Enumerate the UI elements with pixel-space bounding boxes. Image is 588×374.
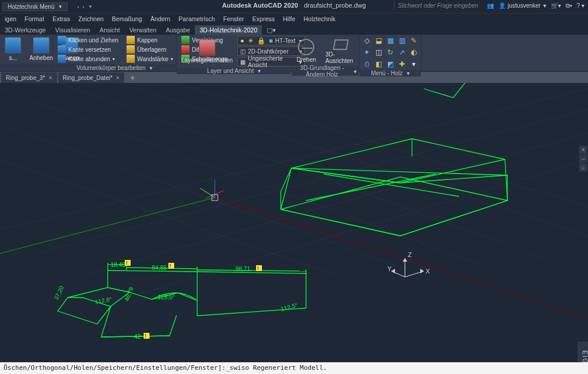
menu-item[interactable]: Fenster (220, 14, 248, 24)
svg-line-7 (0, 89, 483, 265)
properties-palette-tab[interactable]: EIGENSCHAFTEN (577, 342, 588, 363)
panel-title[interactable]: Volumenkörper bearbeiten (77, 65, 145, 71)
svg-marker-20 (291, 139, 505, 183)
ribbon-panel-layer: Layereigenschaften ●☀🔒■HT-Text▾ ◫2D-Drah… (177, 35, 292, 71)
menu-item[interactable]: Ändern (147, 14, 174, 24)
tool-icon[interactable]: ↗ (397, 48, 407, 57)
product-name: Autodesk AutoCAD 2020 (222, 2, 298, 9)
shell-button[interactable]: Wandstärke▾ (125, 55, 174, 63)
fillet-edge-button[interactable]: Kante abrunden▾ (57, 55, 119, 63)
tool-icon[interactable]: ✦ (362, 48, 371, 57)
ribbon-tab[interactable]: Verwalten (125, 25, 161, 35)
align3d-button[interactable]: 3D-Ausrichten (324, 36, 356, 65)
qat-overflow-icon[interactable]: • • ▼ (77, 4, 94, 9)
slice-button[interactable]: Kappen (125, 36, 174, 44)
ribbon-tab[interactable]: Ansicht (95, 25, 124, 35)
menu-item[interactable]: Extras (49, 14, 74, 24)
svg-text:112,6°: 112,6° (94, 296, 112, 305)
tool-icon[interactable]: ◫ (374, 48, 383, 57)
file-name: draufsicht_probe.dwg (304, 2, 366, 9)
sign-in-icon[interactable]: 👥 (487, 2, 494, 9)
tool-icon[interactable]: ✎ (409, 36, 418, 45)
ribbon-panel-volumen: Klicken und Ziehen Kante versetzen Kante… (53, 35, 177, 71)
menu-item[interactable]: Zeichnen (75, 14, 107, 24)
cart-icon[interactable]: 🛒▾ (551, 2, 561, 9)
feature-button[interactable]: s... (4, 36, 22, 62)
plot-icon: ■ (269, 37, 273, 45)
tool-icon[interactable]: ▥ (397, 36, 407, 45)
close-viewport-icon[interactable]: × (579, 146, 587, 154)
panel-title[interactable]: 3D-Grundlagen - Ändern Holz (294, 65, 350, 78)
menu-item[interactable]: Parametrisch (175, 14, 218, 24)
ucs-y-label: Y (387, 265, 391, 272)
fillet-icon (58, 55, 66, 63)
tool-icon[interactable]: ✚ (397, 59, 407, 69)
minimize-icon[interactable]: – (579, 155, 587, 163)
user-icon: 👤 (499, 2, 506, 9)
close-icon[interactable]: × (116, 75, 119, 81)
app-menu-dropdown[interactable]: Holztechnik Menü ▼ (2, 2, 68, 11)
tool-icon[interactable]: ◐ (409, 48, 418, 57)
svg-line-8 (0, 124, 412, 271)
rotate-button[interactable]: Drehen (295, 38, 317, 64)
home-icon[interactable]: ⌂ (579, 163, 587, 172)
tool-icon[interactable]: ↻ (386, 48, 395, 57)
svg-line-11 (215, 198, 588, 318)
tool-icon[interactable]: ◇ (362, 36, 371, 45)
sun-icon: ☀ (248, 37, 254, 45)
presspull-button[interactable]: Anheben (28, 36, 54, 62)
document-tab[interactable]: Ring_probe_Datei*× (58, 72, 124, 83)
menu-item[interactable]: Hilfe (280, 14, 299, 24)
tool-icon[interactable]: ⎙ (362, 59, 371, 69)
model-viewport[interactable]: 18,46 ! 84,86 ! 98,71 ! 37,20 112,6° 46,… (0, 83, 588, 363)
ribbon-tab-bar: 3D-Werkzeuge Visualisieren Ansicht Verwa… (0, 24, 588, 35)
svg-text:98,71: 98,71 (235, 266, 250, 272)
drawing-canvas[interactable]: 18,46 ! 84,86 ! 98,71 ! 37,20 112,6° 46,… (0, 83, 588, 363)
search-input[interactable]: Stichwort oder Frage eingeben (394, 1, 482, 10)
tool-icon[interactable]: ⬓ (374, 36, 383, 45)
svg-text:!: ! (126, 260, 128, 266)
view-icon: ▦ (240, 59, 245, 65)
document-tab[interactable]: Ring_probe_3*× (1, 72, 57, 83)
lightbulb-icon: ● (240, 37, 244, 45)
user-menu[interactable]: 👤 justusvenker ▾ (499, 2, 546, 9)
chevron-down-icon: ▼ (58, 4, 62, 9)
tool-grid: ◇⬓▦▥✎ ✦◫↻↗◐ ⎙◧◩✚▾ (362, 36, 418, 69)
tool-icon[interactable]: ◧ (374, 59, 383, 69)
new-tab-button[interactable]: ✚ (125, 72, 139, 83)
presspull-button[interactable]: Klicken und Ziehen (57, 36, 119, 44)
svg-line-22 (306, 174, 436, 201)
svg-text:84,86: 84,86 (152, 265, 167, 271)
menu-item[interactable]: Holztechnik (300, 14, 339, 24)
solid-wireframe (281, 139, 507, 236)
shell-icon (127, 55, 135, 63)
panel-title[interactable]: Menü - Holz (371, 70, 403, 76)
layer-properties-button[interactable]: Layereigenschaften (180, 38, 234, 65)
ribbon: s... Anheben Sweep Klicken und Ziehen Ka… (0, 35, 588, 72)
close-icon[interactable]: × (49, 75, 52, 81)
menu-item[interactable]: Express (249, 14, 278, 24)
share-icon[interactable]: ⧉▾ (566, 2, 572, 9)
title-bar: Holztechnik Menü ▼ • • ▼ Autodesk AutoCA… (0, 0, 588, 13)
tool-icon[interactable]: ◩ (386, 59, 395, 69)
tool-icon[interactable]: ▦ (386, 36, 395, 45)
ribbon-tab[interactable]: Ausgabe (161, 25, 195, 35)
tool-icon[interactable]: ▾ (409, 59, 418, 69)
svg-text:!: ! (257, 265, 259, 271)
ribbon-tab[interactable]: Visualisieren (51, 25, 95, 35)
user-name: justusvenker (508, 2, 541, 9)
ribbon-tab-active[interactable]: 3D-Holztechnik-2020 (195, 25, 262, 35)
help-icon[interactable]: ? ▾ (577, 2, 584, 9)
ribbon-tab-addin-icon[interactable]: ▢▾ (262, 25, 281, 35)
menu-item[interactable]: Format (21, 14, 48, 24)
panel-title[interactable]: Layer und Ansicht (207, 68, 254, 74)
command-line[interactable]: Öschen/Orthogonal/Holen/Speichern/Einste… (0, 362, 588, 374)
ribbon-tab[interactable]: 3D-Werkzeuge (0, 25, 51, 35)
menu-item[interactable]: Bemaßung (108, 14, 145, 24)
interfere-button[interactable]: Überlagern (125, 45, 174, 54)
layers-icon (199, 39, 215, 56)
offset-edge-button[interactable]: Kante versetzen (57, 45, 119, 54)
svg-line-0 (0, 89, 588, 230)
ribbon-panel-feature: s... Anheben Sweep (0, 35, 53, 71)
menu-item[interactable]: igen (1, 14, 20, 24)
